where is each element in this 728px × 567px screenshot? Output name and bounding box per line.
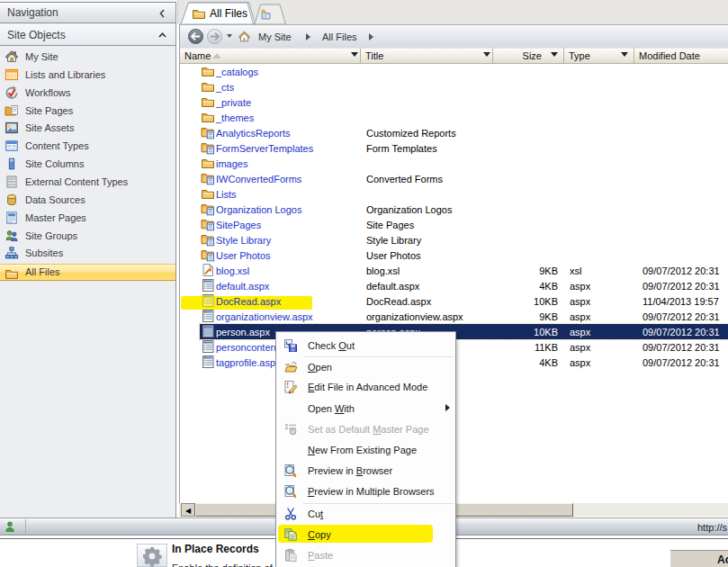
svg-text:!: ! bbox=[286, 381, 289, 390]
